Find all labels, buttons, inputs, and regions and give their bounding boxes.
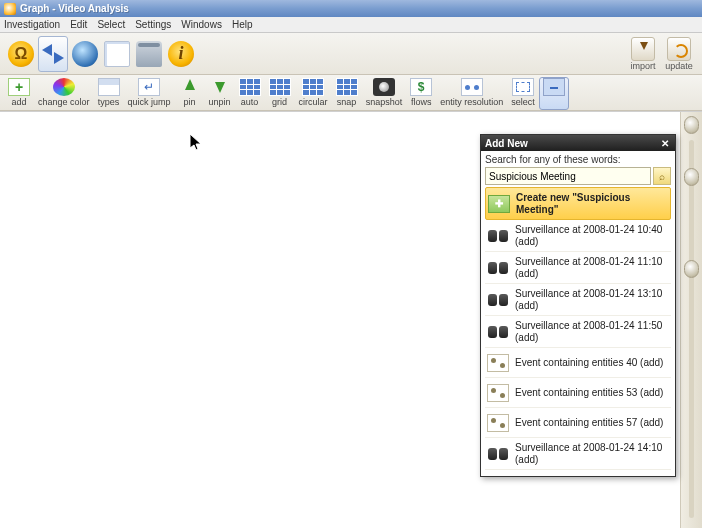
color-icon (53, 78, 75, 96)
search-go-button[interactable]: ⌕ (653, 167, 671, 185)
change-color-button[interactable]: change color (34, 77, 94, 110)
quick-jump-button[interactable]: quick jump (124, 77, 175, 110)
select-label: select (511, 97, 535, 107)
auto-label: auto (241, 97, 259, 107)
result-row[interactable]: Surveillance at 2008-01-24 14:10 (add) (485, 438, 671, 470)
result-row[interactable]: Surveillance at 2008-01-24 13:10 (add) (485, 284, 671, 316)
entity-resolution-button[interactable]: entity resolution (436, 77, 507, 110)
result-row[interactable]: Event containing entities 57 (add) (485, 408, 671, 438)
ent-icon (487, 354, 509, 372)
quick-jump-label: quick jump (128, 97, 171, 107)
menu-help[interactable]: Help (232, 19, 253, 30)
toolbar-graph: add change color types quick jump pin un… (0, 75, 702, 111)
toolbar-home-button[interactable] (6, 36, 36, 72)
menu-edit[interactable]: Edit (70, 19, 87, 30)
scrollbar-knob[interactable] (684, 260, 699, 278)
dialog-title-bar[interactable]: Add New ✕ (481, 135, 675, 151)
import-label: import (630, 61, 655, 71)
types-label: types (98, 97, 120, 107)
result-text: Surveillance at 2008-01-24 13:10 (add) (515, 288, 669, 311)
menu-bar: Investigation Edit Select Settings Windo… (0, 17, 702, 33)
snap-button[interactable]: snap (332, 77, 362, 110)
snapshot-button[interactable]: snapshot (362, 77, 407, 110)
cursor-icon (190, 134, 202, 152)
add-new-dialog: Add New ✕ Search for any of these words:… (480, 134, 676, 477)
scrollbar-knob[interactable] (684, 168, 699, 186)
pin-button[interactable]: pin (175, 77, 205, 110)
result-row[interactable]: Surveillance at 2008-01-24 11:50 (add) (485, 316, 671, 348)
dialog-close-button[interactable]: ✕ (659, 137, 671, 149)
result-text: Surveillance at 2008-01-24 10:40 (add) (515, 224, 669, 247)
add-button[interactable]: add (4, 77, 34, 110)
import-icon (631, 37, 655, 61)
import-button[interactable]: import (626, 37, 660, 71)
toolbar-document-button[interactable] (102, 36, 132, 72)
bino-icon (487, 291, 509, 309)
result-row[interactable]: Surveillance at 2008-01-24 10:40 (add) (485, 220, 671, 252)
select-icon (512, 78, 534, 96)
grid-label: grid (272, 97, 287, 107)
menu-select[interactable]: Select (97, 19, 125, 30)
arrows-icon (40, 41, 66, 67)
search-label: Search for any of these words: (485, 154, 671, 165)
update-icon (667, 37, 691, 61)
ent-icon (487, 384, 509, 402)
types-icon (98, 78, 120, 96)
new-icon (488, 195, 510, 213)
toolbar-globe-button[interactable] (70, 36, 100, 72)
update-button[interactable]: update (662, 37, 696, 71)
change-color-label: change color (38, 97, 90, 107)
collapse-button[interactable] (539, 77, 569, 110)
result-text: Surveillance at 2008-01-24 11:10 (add) (515, 256, 669, 279)
info-icon (168, 41, 194, 67)
result-text: Create new "Suspicious Meeting" (516, 192, 668, 215)
snapshot-label: snapshot (366, 97, 403, 107)
result-text: Surveillance at 2008-01-24 14:10 (add) (515, 442, 669, 465)
select-button[interactable]: select (507, 77, 539, 110)
result-row[interactable]: Event containing entities 53 (add) (485, 378, 671, 408)
toolbar-info-button[interactable] (166, 36, 196, 72)
types-button[interactable]: types (94, 77, 124, 110)
menu-settings[interactable]: Settings (135, 19, 171, 30)
bino-icon (487, 445, 509, 463)
add-icon (8, 78, 30, 96)
title-bar: Graph - Video Analysis (0, 0, 702, 17)
vertical-scrollbar[interactable] (680, 112, 702, 528)
search-input[interactable] (485, 167, 651, 185)
bino-icon (487, 227, 509, 245)
grid-layout-button[interactable]: grid (265, 77, 295, 110)
toolbar-sync-button[interactable] (38, 36, 68, 72)
bino-icon (487, 259, 509, 277)
circular-icon (302, 78, 324, 96)
omega-icon (8, 41, 34, 67)
dialog-title: Add New (485, 138, 528, 149)
result-row[interactable]: Surveillance at 2008-01-24 11:10 (add) (485, 252, 671, 284)
scrollbar-knob[interactable] (684, 116, 699, 134)
result-row[interactable]: Event containing entities 40 (add) (485, 348, 671, 378)
result-row[interactable]: Create new "Suspicious Meeting" (485, 187, 671, 220)
menu-investigation[interactable]: Investigation (4, 19, 60, 30)
flows-button[interactable]: flows (406, 77, 436, 110)
document-icon (104, 41, 130, 67)
auto-layout-button[interactable]: auto (235, 77, 265, 110)
ent-icon (487, 414, 509, 432)
toolbar-main: import update (0, 33, 702, 75)
unpin-button[interactable]: unpin (205, 77, 235, 110)
add-label: add (11, 97, 26, 107)
circular-label: circular (299, 97, 328, 107)
entity-resolution-label: entity resolution (440, 97, 503, 107)
entity-resolution-icon (461, 78, 483, 96)
app-icon (4, 3, 16, 15)
quick-jump-icon (138, 78, 160, 96)
menu-windows[interactable]: Windows (181, 19, 222, 30)
result-text: Event containing entities 53 (add) (515, 387, 669, 399)
grid-icon (269, 78, 291, 96)
toolbar-trash-button[interactable] (134, 36, 164, 72)
update-label: update (665, 61, 693, 71)
result-text: Surveillance at 2008-01-24 11:50 (add) (515, 320, 669, 343)
globe-icon (72, 41, 98, 67)
circular-layout-button[interactable]: circular (295, 77, 332, 110)
graph-canvas[interactable]: Add New ✕ Search for any of these words:… (0, 111, 702, 528)
bino-icon (487, 323, 509, 341)
pin-label: pin (184, 97, 196, 107)
